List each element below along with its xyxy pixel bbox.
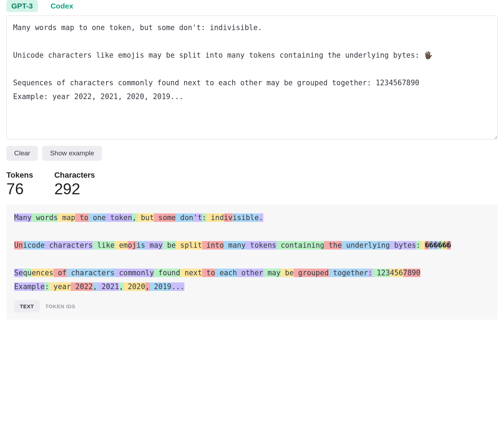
token: to	[75, 213, 88, 222]
tokenized-panel: Many words map to one token, but some do…	[6, 205, 498, 320]
token: ,	[132, 213, 136, 222]
view-toggle: TEXT TOKEN IDS	[14, 300, 490, 312]
tokens-stat: Tokens 76	[6, 171, 33, 197]
token: Many	[14, 213, 31, 222]
token: �	[429, 241, 434, 249]
model-tabs: GPT-3 Codex	[6, 0, 498, 12]
token: map	[58, 213, 75, 222]
token: em	[115, 241, 128, 249]
token: found	[154, 269, 180, 277]
token: may	[263, 269, 281, 277]
characters-stat: Characters 292	[54, 171, 95, 197]
stats-row: Tokens 76 Characters 292	[6, 171, 498, 197]
token: split	[176, 241, 202, 249]
token: :	[416, 241, 420, 249]
input-container	[6, 16, 498, 141]
token: isible	[233, 213, 259, 222]
token: is	[137, 241, 145, 249]
token: many	[224, 241, 246, 249]
characters-label: Characters	[54, 171, 95, 180]
token: bytes	[390, 241, 416, 249]
token: but	[137, 213, 154, 222]
token: some	[154, 213, 176, 222]
token: year	[49, 282, 71, 291]
token: into	[202, 241, 224, 249]
tokenized-output: Many words map to one token, but some do…	[14, 211, 490, 294]
token: of	[53, 269, 67, 277]
token: �	[425, 241, 429, 249]
token: �	[447, 241, 451, 249]
token	[420, 241, 425, 249]
token: token	[106, 213, 132, 222]
token: words	[31, 213, 58, 222]
token: characters	[45, 241, 93, 249]
token: icode	[23, 241, 45, 249]
token: 't	[193, 213, 202, 222]
token: ...	[171, 282, 184, 291]
tab-codex[interactable]: Codex	[46, 0, 78, 12]
token: like	[93, 241, 115, 249]
token: �	[438, 241, 442, 249]
token: grouped	[294, 269, 329, 277]
token: commonly	[115, 269, 154, 277]
token: ences	[31, 269, 53, 277]
token: .	[259, 213, 263, 222]
show-example-button[interactable]: Show example	[42, 146, 102, 161]
token: :	[202, 213, 206, 222]
clear-button[interactable]: Clear	[6, 146, 38, 161]
action-buttons: Clear Show example	[6, 146, 498, 161]
token: �	[442, 241, 447, 249]
token: 2022	[71, 282, 93, 291]
token: containing	[276, 241, 325, 249]
token: Se	[14, 269, 23, 277]
input-textarea[interactable]	[6, 16, 498, 139]
token: to	[202, 269, 215, 277]
token: Example	[14, 282, 45, 291]
characters-value: 292	[54, 180, 95, 197]
token: one	[88, 213, 106, 222]
tokens-value: 76	[6, 180, 33, 197]
token: ,	[145, 282, 149, 291]
token: 7890	[403, 269, 420, 277]
token: 123	[372, 269, 390, 277]
token: ,	[93, 282, 97, 291]
view-text-button[interactable]: TEXT	[14, 300, 40, 312]
token: ind	[206, 213, 224, 222]
token: characters	[67, 269, 115, 277]
token: next	[180, 269, 202, 277]
tokens-label: Tokens	[6, 171, 33, 180]
token: may	[145, 241, 162, 249]
token: oj	[128, 241, 137, 249]
token: 2019	[150, 282, 172, 291]
token: the	[324, 241, 342, 249]
view-token-ids-button[interactable]: TOKEN IDS	[40, 300, 81, 312]
token: 2021	[97, 282, 119, 291]
token: tokens	[246, 241, 276, 249]
token: iv	[224, 213, 233, 222]
token: 456	[390, 269, 403, 277]
token: be	[163, 241, 176, 249]
token: be	[281, 269, 294, 277]
token: together	[329, 269, 368, 277]
token: each	[215, 269, 237, 277]
token: underlying	[342, 241, 390, 249]
token: Un	[14, 241, 23, 249]
token: 2020	[124, 282, 145, 291]
token: qu	[23, 269, 32, 277]
token: don	[176, 213, 193, 222]
tab-gpt3[interactable]: GPT-3	[6, 0, 38, 12]
token: ,	[119, 282, 123, 291]
token: other	[237, 269, 263, 277]
token: :	[45, 282, 49, 291]
token: �	[434, 241, 438, 249]
token: :	[368, 269, 372, 277]
